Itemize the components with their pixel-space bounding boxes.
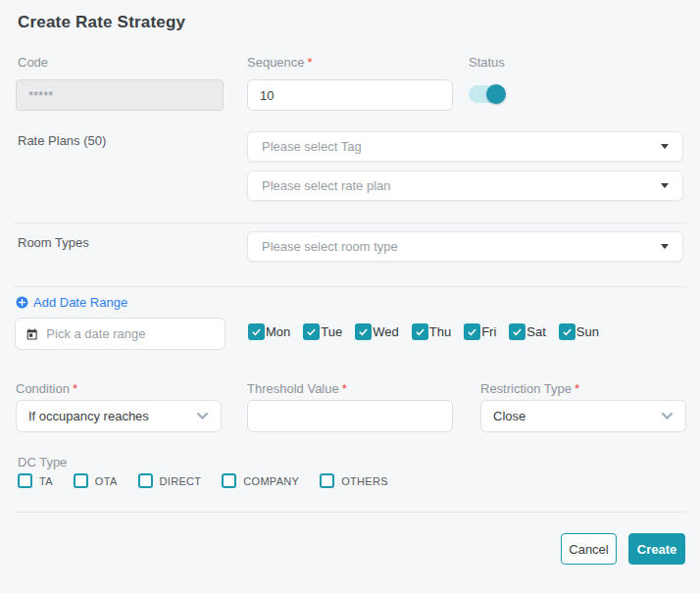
- dc-checkbox-ta[interactable]: TA: [18, 473, 53, 488]
- checkbox-checked-icon: [355, 323, 372, 340]
- code-label: Code: [18, 55, 48, 70]
- divider: [14, 512, 686, 513]
- add-date-range-link[interactable]: Add Date Range: [16, 295, 127, 310]
- weekday-label: Thu: [429, 324, 451, 339]
- weekday-checkbox-wed[interactable]: Wed: [355, 323, 399, 340]
- dc-type-checkbox-group: TA OTA DIRECT COMPANY OTHERS: [18, 473, 388, 488]
- sequence-input[interactable]: [247, 79, 453, 111]
- divider: [14, 222, 686, 223]
- checkbox-checked-icon: [559, 323, 575, 340]
- date-range-picker[interactable]: [15, 318, 225, 350]
- weekday-label: Fri: [481, 324, 496, 339]
- checkbox-unchecked-icon: [138, 473, 153, 488]
- code-input: [16, 79, 224, 111]
- dc-checkbox-ota[interactable]: OTA: [74, 473, 118, 488]
- dc-option-label: TA: [39, 475, 53, 487]
- checkbox-checked-icon: [464, 323, 480, 340]
- rate-plan-select[interactable]: Please select rate plan: [247, 171, 683, 201]
- dc-option-label: OTHERS: [341, 475, 388, 487]
- checkbox-unchecked-icon: [320, 473, 334, 488]
- status-toggle[interactable]: [469, 85, 504, 103]
- status-label: Status: [469, 55, 505, 70]
- weekday-checkbox-sat[interactable]: Sat: [509, 323, 546, 340]
- weekday-label: Tue: [321, 324, 342, 339]
- caret-down-icon: [661, 183, 669, 188]
- restriction-type-label-text: Restriction Type: [480, 381, 572, 396]
- weekday-checkbox-sun[interactable]: Sun: [559, 323, 599, 340]
- rate-plans-label: Rate Plans (50): [18, 133, 106, 148]
- weekday-label: Sat: [526, 324, 546, 339]
- condition-label-text: Condition: [16, 381, 70, 396]
- room-type-select-placeholder: Please select room type: [262, 239, 398, 254]
- checkbox-unchecked-icon: [74, 473, 88, 488]
- required-asterisk: *: [342, 381, 347, 396]
- weekday-checkbox-group: Mon Tue Wed Thu Fri Sat Sun: [248, 323, 599, 340]
- weekday-checkbox-mon[interactable]: Mon: [248, 323, 290, 340]
- weekday-label: Sun: [576, 324, 599, 339]
- caret-down-icon: [661, 244, 669, 249]
- checkbox-unchecked-icon: [222, 473, 236, 488]
- caret-down-icon: [661, 144, 669, 149]
- dc-checkbox-direct[interactable]: DIRECT: [138, 473, 202, 488]
- condition-select[interactable]: If occupancy reaches: [16, 400, 222, 432]
- cancel-button[interactable]: Cancel: [561, 533, 617, 565]
- weekday-checkbox-fri[interactable]: Fri: [464, 323, 496, 340]
- required-asterisk: *: [308, 55, 313, 70]
- condition-label: Condition*: [16, 381, 77, 396]
- checkbox-checked-icon: [412, 323, 428, 340]
- plus-circle-icon: [16, 296, 28, 309]
- dc-type-label: DC Type: [18, 455, 67, 469]
- checkbox-checked-icon: [509, 323, 525, 340]
- dc-checkbox-company[interactable]: COMPANY: [222, 473, 299, 488]
- restriction-type-select[interactable]: Close: [480, 400, 686, 432]
- dc-option-label: DIRECT: [160, 475, 202, 487]
- room-types-label: Room Types: [18, 235, 89, 250]
- rate-plan-select-placeholder: Please select rate plan: [262, 178, 391, 193]
- weekday-label: Mon: [266, 324, 290, 339]
- checkbox-unchecked-icon: [18, 473, 32, 488]
- dc-option-label: OTA: [95, 475, 118, 487]
- room-type-select[interactable]: Please select room type: [247, 231, 683, 262]
- divider: [14, 286, 686, 287]
- threshold-label-text: Threshold Value: [247, 381, 339, 396]
- date-range-input[interactable]: [46, 326, 215, 341]
- dc-checkbox-others[interactable]: OTHERS: [320, 473, 388, 488]
- tag-select-placeholder: Please select Tag: [262, 139, 362, 154]
- create-button[interactable]: Create: [628, 533, 685, 565]
- restriction-type-select-value: Close: [493, 409, 525, 423]
- dc-option-label: COMPANY: [243, 475, 299, 487]
- restriction-type-label: Restriction Type*: [480, 381, 579, 396]
- weekday-checkbox-tue[interactable]: Tue: [303, 323, 342, 340]
- toggle-knob-icon: [486, 84, 506, 104]
- page-title: Create Rate Strategy: [18, 13, 185, 32]
- sequence-label-text: Sequence: [247, 55, 305, 70]
- required-asterisk: *: [575, 381, 579, 396]
- threshold-input[interactable]: [247, 400, 453, 432]
- checkbox-checked-icon: [303, 323, 320, 340]
- tag-select[interactable]: Please select Tag: [247, 131, 683, 162]
- threshold-label: Threshold Value*: [247, 381, 347, 396]
- chevron-down-icon: [196, 412, 209, 420]
- condition-select-value: If occupancy reaches: [28, 409, 149, 423]
- sequence-label: Sequence*: [247, 55, 313, 70]
- chevron-down-icon: [661, 412, 674, 420]
- calendar-icon: [25, 326, 38, 342]
- checkbox-checked-icon: [248, 323, 265, 340]
- required-asterisk: *: [73, 381, 77, 396]
- add-date-range-label: Add Date Range: [33, 295, 127, 310]
- weekday-checkbox-thu[interactable]: Thu: [412, 323, 451, 340]
- create-rate-strategy-form: Create Rate Strategy Code Sequence* Stat…: [0, 0, 700, 593]
- weekday-label: Wed: [373, 324, 399, 339]
